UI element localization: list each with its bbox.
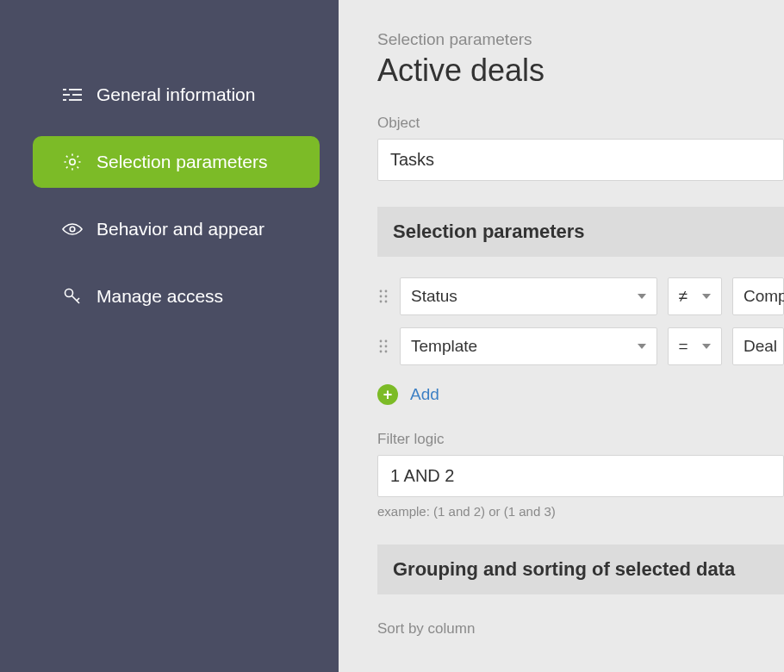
filter-field-value: Template [411, 337, 477, 356]
add-button[interactable]: + Add [377, 384, 784, 405]
filter-operator-select[interactable]: = [668, 327, 722, 365]
filter-value-text: Deal [744, 337, 777, 356]
plus-icon: + [377, 384, 398, 405]
sidebar: General information Selection parameters… [0, 0, 339, 672]
svg-point-7 [70, 227, 75, 232]
filter-logic-value: 1 AND 2 [390, 466, 454, 486]
svg-line-10 [77, 298, 79, 301]
svg-point-19 [380, 345, 383, 348]
filter-logic-label: Filter logic [377, 431, 784, 448]
svg-point-16 [385, 301, 388, 303]
object-label: Object [377, 115, 784, 132]
sidebar-item-behavior-appear[interactable]: Behavior and appear [33, 203, 320, 255]
svg-point-15 [380, 301, 383, 303]
svg-point-14 [385, 296, 388, 298]
object-input[interactable]: Tasks [377, 139, 784, 181]
filter-row: Template = Deal [377, 327, 784, 365]
svg-point-22 [385, 351, 388, 353]
chevron-down-icon [702, 294, 711, 299]
sidebar-item-general-information[interactable]: General information [33, 69, 320, 121]
main-content: Selection parameters Active deals Object… [339, 0, 784, 672]
drag-handle-icon[interactable] [377, 338, 389, 355]
svg-point-21 [380, 351, 383, 353]
sidebar-item-label: General information [96, 84, 255, 105]
svg-point-6 [70, 159, 75, 165]
filter-operator-select[interactable]: ≠ [668, 277, 722, 315]
chevron-down-icon [702, 344, 711, 349]
svg-point-20 [385, 345, 388, 348]
chevron-down-icon [638, 344, 646, 349]
object-value: Tasks [390, 150, 434, 170]
gear-icon [62, 152, 83, 172]
filter-logic-input[interactable]: 1 AND 2 [377, 455, 784, 497]
svg-point-12 [385, 290, 388, 293]
filter-logic-hint: example: (1 and 2) or (1 and 3) [377, 504, 784, 519]
filter-operator-value: ≠ [679, 287, 688, 306]
svg-point-11 [380, 290, 383, 293]
sort-label: Sort by column [377, 620, 784, 638]
add-label: Add [410, 385, 439, 404]
key-icon [62, 286, 83, 307]
svg-point-18 [385, 340, 388, 343]
filter-field-value: Status [411, 287, 457, 306]
drag-handle-icon[interactable] [377, 288, 389, 305]
list-icon [62, 84, 83, 105]
eye-icon [62, 219, 83, 240]
svg-point-13 [380, 296, 383, 298]
filter-field-select[interactable]: Status [400, 277, 657, 315]
selection-section-header: Selection parameters [377, 207, 784, 257]
page-title: Active deals [377, 53, 784, 89]
sidebar-item-label: Behavior and appear [96, 219, 264, 240]
filter-row: Status ≠ Comp [377, 277, 784, 315]
filter-field-select[interactable]: Template [400, 327, 657, 365]
filter-value-text: Comp [744, 287, 784, 306]
filter-value-select[interactable]: Deal [732, 327, 784, 365]
grouping-section-header: Grouping and sorting of selected data [377, 544, 784, 594]
chevron-down-icon [638, 294, 646, 299]
breadcrumb: Selection parameters [377, 30, 784, 49]
filter-operator-value: = [679, 337, 688, 356]
svg-point-17 [380, 340, 383, 343]
sidebar-item-label: Manage access [96, 286, 223, 307]
sidebar-item-label: Selection parameters [96, 152, 267, 172]
sidebar-item-manage-access[interactable]: Manage access [33, 271, 320, 322]
sidebar-item-selection-parameters[interactable]: Selection parameters [33, 136, 320, 188]
filter-value-select[interactable]: Comp [732, 277, 784, 315]
